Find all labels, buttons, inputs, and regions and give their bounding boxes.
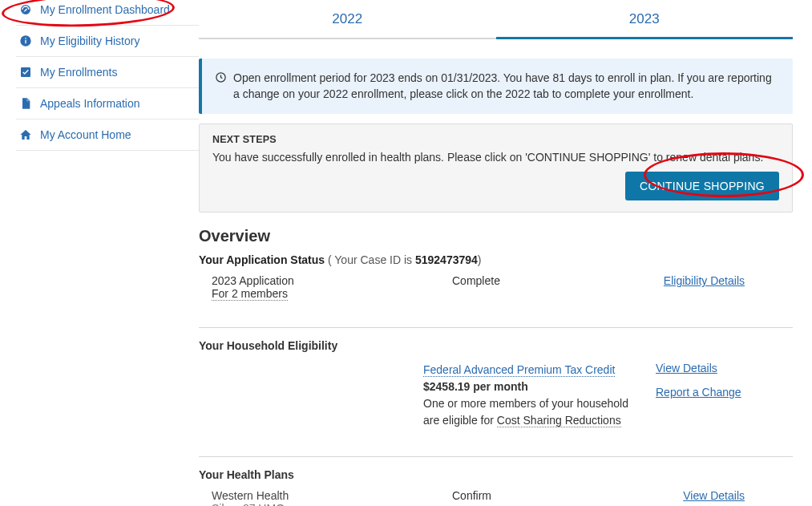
household-credit-info: Federal Advanced Premium Tax Credit $245… xyxy=(423,362,632,429)
sidebar-item-account-home[interactable]: My Account Home xyxy=(16,119,199,151)
federal-tax-credit-link[interactable]: Federal Advanced Premium Tax Credit xyxy=(423,363,615,377)
continue-shopping-button[interactable]: CONTINUE SHOPPING xyxy=(625,172,779,200)
application-name: 2023 Application xyxy=(212,274,452,287)
cost-sharing-reductions-link[interactable]: Cost Sharing Reductions xyxy=(497,414,621,427)
plan-status: Confirm xyxy=(452,489,491,502)
household-actions: View Details Report a Change xyxy=(632,362,793,429)
plan-status-col: Confirm xyxy=(452,489,636,506)
household-eligibility-title: Your Household Eligibility xyxy=(199,339,793,352)
overview-heading: Overview xyxy=(199,227,793,245)
document-icon xyxy=(19,97,32,110)
health-plans-title: Your Health Plans xyxy=(199,468,793,481)
sidebar-item-label: My Enrollments xyxy=(40,66,117,79)
tab-label: 2023 xyxy=(629,11,660,26)
plan-type: Silver 87 HMO xyxy=(212,502,452,506)
banner-text: Open enrollment period for 2023 ends on … xyxy=(233,70,778,103)
svg-rect-1 xyxy=(25,40,26,44)
report-change-link[interactable]: Report a Change xyxy=(656,386,741,399)
plan-info-col: Western Health Silver 87 HMO For 2 membe… xyxy=(212,489,452,506)
credit-amount: $2458.19 per month xyxy=(423,380,528,393)
sidebar: My Enrollment Dashboard My Eligibility H… xyxy=(0,0,199,506)
year-tabs: 2022 2023 xyxy=(199,3,793,39)
next-steps-panel: NEXT STEPS You have successfully enrolle… xyxy=(199,123,793,213)
clock-icon xyxy=(215,71,227,103)
dashboard-icon xyxy=(19,3,32,16)
tab-2022[interactable]: 2022 xyxy=(199,3,496,39)
info-icon xyxy=(19,34,32,47)
sidebar-item-appeals-information[interactable]: Appeals Information xyxy=(16,88,199,119)
application-status-line: Your Application Status ( Your Case ID i… xyxy=(199,253,793,266)
main-content: 2022 2023 Open enrollment period for 202… xyxy=(199,0,812,506)
sidebar-item-enrollment-dashboard[interactable]: My Enrollment Dashboard xyxy=(16,0,199,26)
case-label: ( Your Case ID is xyxy=(328,253,415,266)
application-row: 2023 Application For 2 members Complete … xyxy=(199,274,793,300)
divider xyxy=(199,456,793,457)
application-status: Complete xyxy=(452,274,500,287)
plan-actions-col: View Details xyxy=(636,489,793,506)
case-close: ) xyxy=(478,253,482,266)
sidebar-item-label: My Enrollment Dashboard xyxy=(40,3,170,16)
eligibility-details-link[interactable]: Eligibility Details xyxy=(664,274,745,287)
sidebar-item-label: Appeals Information xyxy=(40,97,140,110)
plan-view-details-link[interactable]: View Details xyxy=(683,489,745,502)
home-icon xyxy=(19,128,32,141)
household-left-spacer xyxy=(199,362,423,429)
check-square-icon xyxy=(19,66,32,79)
sidebar-item-my-enrollments[interactable]: My Enrollments xyxy=(16,57,199,88)
household-view-details-link[interactable]: View Details xyxy=(656,362,717,374)
case-id: 5192473794 xyxy=(415,253,478,266)
status-label: Your Application Status xyxy=(199,253,325,266)
application-links-col: Eligibility Details xyxy=(636,274,793,300)
next-steps-title: NEXT STEPS xyxy=(212,134,779,145)
application-members: For 2 members xyxy=(212,287,288,301)
plan-name: Western Health xyxy=(212,489,452,502)
household-row: Federal Advanced Premium Tax Credit $245… xyxy=(199,362,793,429)
svg-rect-2 xyxy=(25,38,26,38)
next-steps-body: You have successfully enrolled in health… xyxy=(212,150,779,166)
health-plans-row: Western Health Silver 87 HMO For 2 membe… xyxy=(199,489,793,506)
open-enrollment-banner: Open enrollment period for 2023 ends on … xyxy=(199,59,793,114)
sidebar-item-label: My Eligibility History xyxy=(40,34,139,47)
application-name-col: 2023 Application For 2 members xyxy=(212,274,452,300)
tab-2023[interactable]: 2023 xyxy=(496,3,794,39)
sidebar-item-eligibility-history[interactable]: My Eligibility History xyxy=(16,26,199,57)
divider xyxy=(199,327,793,328)
application-status-col: Complete xyxy=(452,274,636,300)
tab-label: 2022 xyxy=(332,11,362,26)
sidebar-item-label: My Account Home xyxy=(40,128,131,141)
